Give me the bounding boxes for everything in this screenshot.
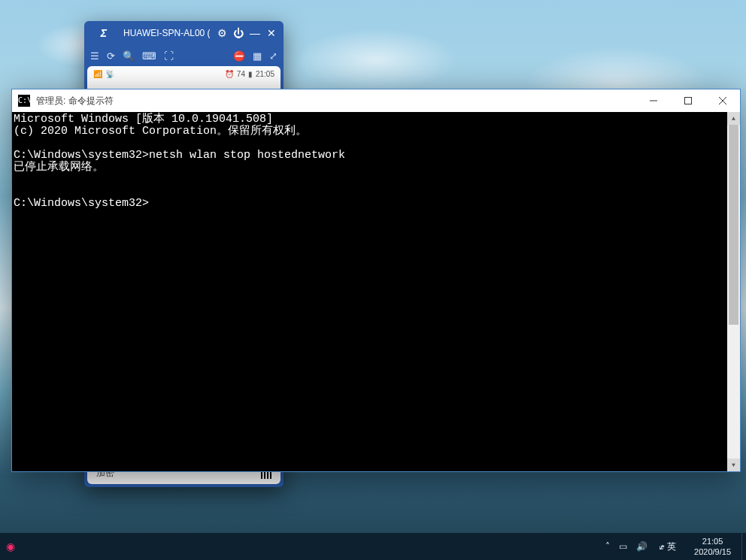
ime-indicator[interactable]: ⸙ 英 — [657, 540, 679, 553]
minimize-button[interactable] — [636, 89, 671, 112]
cmd-titlebar[interactable]: C:\ 管理员: 命令提示符 — [12, 89, 740, 112]
wifi-icon: ⸙ — [660, 541, 664, 552]
phone-signal-icon: 📶 — [93, 70, 102, 78]
pinned-app[interactable]: ◉ — [0, 533, 21, 560]
cmd-prompt: C:\Windows\system32> — [14, 198, 738, 210]
cmd-line: Microsoft Windows [版本 10.0.19041.508] — [14, 114, 738, 126]
sigma-power-icon[interactable]: ⏻ — [231, 26, 246, 41]
alarm-icon: ⏰ — [225, 70, 234, 78]
taskbar-pinned: ◉ — [0, 533, 21, 560]
show-desktop-button[interactable] — [741, 533, 746, 560]
desktop: Σ HUAWEI-SPN-AL00 (精简版) ⚙ ⏻ — ✕ ☰ ⟳ 🔍 ⌨ … — [0, 0, 746, 560]
scroll-down-icon[interactable]: ▼ — [727, 459, 740, 471]
clock-time: 21:05 — [694, 536, 731, 546]
clock-date: 2020/9/15 — [694, 546, 731, 557]
cmd-title-text: 管理员: 命令提示符 — [36, 95, 114, 107]
phone-wifi-icon: 📡 — [105, 70, 114, 78]
system-tray: ˄ ▭ 🔊 ⸙ 英 21:05 2020/9/15 — [601, 533, 741, 560]
cmd-icon: C:\ — [18, 95, 30, 107]
scroll-track[interactable] — [727, 125, 740, 459]
scroll-up-icon[interactable]: ▲ — [727, 112, 740, 125]
cmd-blank-line — [14, 138, 738, 150]
cmd-body[interactable]: Microsoft Windows [版本 10.0.19041.508] (c… — [12, 112, 740, 471]
scroll-thumb[interactable] — [729, 125, 738, 325]
battery-text: 74 — [237, 70, 245, 78]
tray-volume-icon[interactable]: 🔊 — [636, 541, 647, 552]
cmd-blank-line — [14, 174, 738, 186]
taskbar-clock[interactable]: 21:05 2020/9/15 — [688, 536, 737, 557]
shield-icon[interactable]: ⛔ — [233, 50, 245, 62]
cmd-line: C:\Windows\system32>netsh wlan stop host… — [14, 150, 738, 162]
sigma-minimize-icon[interactable]: — — [247, 26, 262, 41]
sigma-title-controls: ⚙ ⏻ — ✕ — [214, 26, 279, 41]
list-icon[interactable]: ☰ — [90, 50, 99, 62]
battery-icon: ▮ — [248, 70, 253, 78]
tray-chevron-up-icon[interactable]: ˄ — [605, 541, 610, 552]
cmd-window[interactable]: C:\ 管理员: 命令提示符 Microsoft Windows [版本 10.… — [11, 89, 741, 472]
expand-icon[interactable]: ⤢ — [269, 50, 277, 62]
sigma-titlebar[interactable]: Σ HUAWEI-SPN-AL00 (精简版) ⚙ ⏻ — ✕ — [84, 21, 284, 45]
tray-battery-icon[interactable]: ▭ — [619, 541, 627, 552]
keyboard-icon[interactable]: ⌨ — [142, 50, 156, 62]
refresh-icon[interactable]: ⟳ — [107, 50, 115, 62]
ime-lang: 英 — [667, 540, 676, 553]
fullscreen-icon[interactable]: ⛶ — [164, 50, 174, 62]
cmd-scrollbar[interactable]: ▲ ▼ — [727, 112, 740, 471]
svg-rect-0 — [685, 98, 692, 104]
cmd-line: 已停止承载网络。 — [14, 162, 738, 174]
phone-time: 21:05 — [256, 70, 274, 78]
phone-status-bar: 📶 📡 ⏰ 74 ▮ 21:05 — [87, 66, 281, 81]
search-icon[interactable]: 🔍 — [123, 50, 135, 62]
close-button[interactable] — [705, 89, 740, 112]
maximize-button[interactable] — [671, 89, 705, 112]
sigma-settings-icon[interactable]: ⚙ — [214, 26, 229, 41]
sigma-toolbar: ☰ ⟳ 🔍 ⌨ ⛶ ⛔ ▦ ⤢ — [84, 45, 284, 66]
cmd-line: (c) 2020 Microsoft Corporation。保留所有权利。 — [14, 126, 738, 138]
sigma-close-icon[interactable]: ✕ — [264, 26, 279, 41]
grid-icon[interactable]: ▦ — [253, 50, 262, 62]
sigma-logo: Σ — [89, 27, 119, 39]
sigma-title-text: HUAWEI-SPN-AL00 (精简版) — [123, 27, 210, 40]
cmd-blank-line — [14, 186, 738, 198]
taskbar[interactable]: ◉ ˄ ▭ 🔊 ⸙ 英 21:05 2020/9/15 — [0, 533, 746, 560]
